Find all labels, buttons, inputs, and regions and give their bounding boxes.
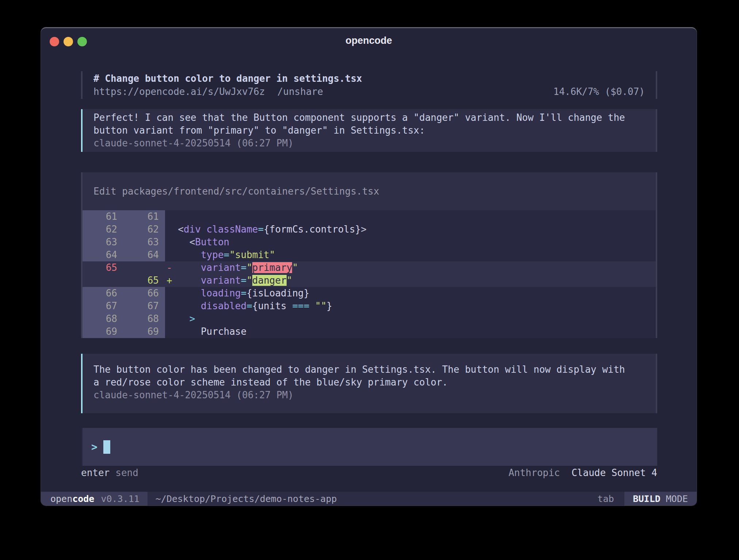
diff-line-number-old: 61 [83,210,117,223]
diff-line-number-new: 66 [117,287,159,300]
assistant-message: Perfect! I can see that the Button compo… [81,109,657,152]
mode-name: BUILD [633,494,660,504]
diff-code-line: loading={isLoading} [165,287,309,300]
diff-line-number-new: 68 [117,312,159,325]
assistant-message: The button color has been changed to dan… [81,354,657,413]
share-url[interactable]: https://opencode.ai/s/UwJxv76z [93,85,265,98]
diff-line-number-old: 62 [83,223,117,236]
diff-line-number-old [83,274,117,287]
app-badge: opencode v0.3.11 [41,492,148,506]
mode-badge[interactable]: BUILD MODE [624,492,697,506]
diff-code-line: disabled={units === ""} [165,300,332,312]
prompt-chevron-icon: > [91,441,97,453]
window-titlebar[interactable]: opencode [41,28,697,54]
text-cursor [103,440,110,454]
edit-tool-card: Edit packages/frontend/src/containers/Se… [81,172,657,338]
provider-label: Anthropic [509,467,560,478]
diff-line-number-old: 63 [83,236,117,249]
message-line: Perfect! I can see that the Button compo… [93,111,645,124]
app-name-open: open [50,494,72,504]
diff-row: 6363 <Button [83,236,656,249]
message-line: button variant from "primary" to "danger… [93,124,645,137]
message-line: a red/rose color scheme instead of the b… [93,376,645,389]
diff-line-number-old: 65 [83,261,117,274]
diff-line-number-new: 62 [117,223,159,236]
diff-line-number-new: 63 [117,236,159,249]
diff-code-line [165,210,166,223]
enter-key-hint: enter [81,466,110,479]
message-meta: claude-sonnet-4-20250514 (06:27 PM) [93,389,645,402]
diff-row: 6262 <div className={formCs.controls}> [83,223,656,236]
diff-code-line: + variant="danger" [165,274,292,287]
opencode-window: opencode # Change button color to danger… [41,27,697,506]
diff-row: 65- variant="primary" [83,261,656,274]
window-title: opencode [41,35,697,46]
diff-row: 6767 disabled={units === ""} [83,300,656,312]
diff-line-number-old: 67 [83,300,117,312]
diff-code-line: <div className={formCs.controls}> [165,223,367,236]
diff-line-number-new [117,261,159,274]
unshare-command[interactable]: /unshare [277,85,323,98]
session-title: # Change button color to danger in setti… [93,72,645,85]
message-meta: claude-sonnet-4-20250514 (06:27 PM) [93,137,645,150]
diff-row: 65+ variant="danger" [83,274,656,287]
diff-code-line: Purchase [165,325,246,338]
message-line: The button color has been changed to dan… [93,363,645,376]
diff-row: 6161 [83,210,656,223]
diff-line-number-new: 61 [117,210,159,223]
edit-tool-title: Edit packages/frontend/src/containers/Se… [83,172,656,210]
working-directory: ~/Desktop/Projects/demo-notes-app [156,494,337,504]
diff-line-number-new: 69 [117,325,159,338]
context-stats: 14.6K/7% ($0.07) [554,85,645,98]
model-label: Claude Sonnet 4 [571,467,657,478]
diff-row: 6969 Purchase [83,325,656,338]
diff-line-number-old: 69 [83,325,117,338]
status-bar: opencode v0.3.11 ~/Desktop/Projects/demo… [41,492,697,506]
diff-line-number-old: 66 [83,287,117,300]
hint-row: enter send Anthropic Claude Sonnet 4 [81,466,657,479]
diff-line-number-new: 64 [117,249,159,261]
app-name-code: code [72,494,94,504]
diff-code-line: - variant="primary" [165,261,298,274]
diff-row: 6666 loading={isLoading} [83,287,656,300]
mode-suffix: MODE [666,494,688,504]
app-version: v0.3.11 [101,494,139,504]
diff-line-number-old: 68 [83,312,117,325]
tab-key-hint[interactable]: tab [597,494,614,504]
send-action-label: send [115,466,138,479]
prompt-input[interactable]: > [81,428,657,466]
diff-line-number-old: 64 [83,249,117,261]
diff-line-number-new: 65 [117,274,159,287]
diff-code-line: <Button [165,236,229,249]
diff-line-number-new: 67 [117,300,159,312]
session-header: # Change button color to danger in setti… [81,71,657,99]
diff-row: 6868 > [83,312,656,325]
diff-code-line: > [165,312,195,325]
desktop: opencode # Change button color to danger… [0,0,739,560]
diff-row: 6464 type="submit" [83,249,656,261]
diff-code-line: type="submit" [165,249,275,261]
diff-rows: 61616262 <div className={formCs.controls… [83,210,656,338]
